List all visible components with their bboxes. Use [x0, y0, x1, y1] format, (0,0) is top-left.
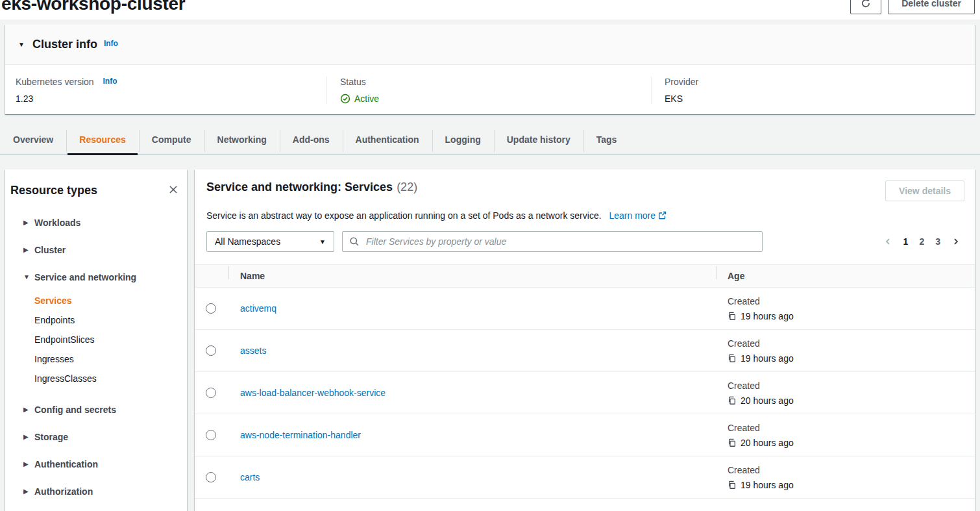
services-description: Service is an abstract way to expose an … — [195, 201, 975, 222]
table-row-assets: assets Created 19 hours ago — [195, 330, 975, 372]
namespace-select[interactable]: All Namespaces ▼ — [206, 231, 334, 252]
sidebar-item-endpointslices[interactable]: EndpointSlices — [5, 330, 187, 349]
chevron-right-icon: ▶ — [23, 216, 29, 229]
delete-cluster-button[interactable]: Delete cluster — [888, 0, 975, 14]
service-and-networking-items: Services Endpoints EndpointSlices Ingres… — [5, 291, 187, 388]
pagination-prev-icon[interactable] — [883, 237, 892, 246]
status-text: Active — [354, 93, 379, 104]
service-link[interactable]: carts — [240, 472, 260, 482]
table-row-aws-node-termination-handler: aws-node-termination-handler Created 20 … — [195, 414, 975, 456]
tab-update-history[interactable]: Update history — [494, 125, 583, 155]
cluster-info-card: ▼ Cluster info Info Kubernetes version I… — [5, 25, 975, 114]
radio-button[interactable] — [206, 345, 216, 356]
cluster-info-info-link[interactable]: Info — [104, 39, 118, 48]
sidebar-item-services[interactable]: Services — [5, 291, 187, 310]
tab-compute[interactable]: Compute — [139, 125, 204, 155]
tab-overview[interactable]: Overview — [0, 125, 66, 155]
services-filter-box — [342, 231, 763, 252]
tab-tags[interactable]: Tags — [583, 125, 630, 155]
tab-authentication[interactable]: Authentication — [343, 125, 432, 155]
service-link[interactable]: aws-load-balancer-webhook-service — [240, 388, 386, 398]
sidebar-group-storage[interactable]: ▶ Storage — [5, 423, 187, 451]
page-header-actions: Delete cluster — [850, 0, 975, 14]
service-link[interactable]: assets — [240, 345, 266, 356]
sidebar-group-authentication[interactable]: ▶ Authentication — [5, 451, 187, 478]
radio-button[interactable] — [206, 430, 216, 440]
sidebar-group-label: Cluster — [34, 243, 66, 256]
learn-more-link[interactable]: Learn more — [609, 210, 667, 221]
tab-networking[interactable]: Networking — [204, 125, 280, 155]
radio-button[interactable] — [206, 472, 216, 482]
refresh-button[interactable] — [850, 0, 881, 14]
tab-resources[interactable]: Resources — [66, 125, 139, 155]
eks-cluster-page: eks-workshop-cluster Delete cluster ▼ Cl… — [0, 0, 980, 511]
kubernetes-version-value: 1.23 — [16, 93, 326, 104]
age-value: 19 hours ago — [741, 310, 794, 323]
copy-icon[interactable] — [728, 312, 737, 321]
sidebar-item-ingresses[interactable]: Ingresses — [5, 349, 187, 369]
chevron-down-icon: ▼ — [23, 271, 29, 284]
external-link-icon — [658, 211, 667, 221]
chevron-down-icon: ▼ — [18, 41, 25, 48]
services-filter-input[interactable] — [365, 236, 755, 247]
learn-more-label: Learn more — [609, 210, 655, 221]
tab-add-ons[interactable]: Add-ons — [280, 125, 343, 155]
created-label: Created — [728, 295, 975, 308]
services-controls: All Namespaces ▼ 1 2 — [195, 222, 975, 252]
pagination-next-icon[interactable] — [951, 237, 961, 246]
resource-types-title: Resource types — [10, 184, 97, 197]
copy-icon[interactable] — [728, 354, 737, 363]
sidebar-group-config-and-secrets[interactable]: ▶ Config and secrets — [5, 396, 187, 423]
field-label: Kubernetes version Info — [16, 77, 326, 87]
cluster-info-body: Kubernetes version Info 1.23 Status Acti… — [5, 65, 975, 114]
sidebar-group-authorization[interactable]: ▶ Authorization — [5, 478, 187, 505]
chevron-right-icon: ▶ — [23, 403, 29, 416]
tab-logging[interactable]: Logging — [432, 125, 494, 155]
kubernetes-version-info-link[interactable]: Info — [103, 77, 117, 86]
chevron-right-icon: ▶ — [23, 485, 29, 498]
radio-button[interactable] — [206, 303, 216, 314]
service-link[interactable]: aws-node-termination-handler — [240, 430, 361, 440]
sidebar-group-label: Workloads — [34, 216, 80, 229]
sidebar-group-label: Storage — [34, 430, 68, 443]
sidebar-group-label: Authorization — [34, 485, 93, 498]
sidebar-group-label: Authentication — [34, 458, 98, 471]
sidebar-group-label: Config and secrets — [34, 403, 116, 416]
sidebar-item-endpoints[interactable]: Endpoints — [5, 310, 187, 330]
sidebar-group-service-and-networking[interactable]: ▼ Service and networking — [5, 264, 187, 291]
cluster-info-title: Cluster info — [32, 38, 97, 51]
services-description-text: Service is an abstract way to expose an … — [206, 210, 602, 221]
pagination-page-3[interactable]: 3 — [935, 236, 940, 247]
copy-icon[interactable] — [728, 480, 737, 490]
pagination-page-1[interactable]: 1 — [903, 236, 909, 247]
created-label: Created — [728, 421, 975, 434]
copy-icon[interactable] — [728, 396, 737, 405]
close-icon[interactable] — [167, 184, 179, 195]
services-panel: Service and networking: Services(22) Vie… — [195, 169, 975, 511]
created-label: Created — [728, 337, 975, 350]
table-row-carts: carts Created 19 hours ago — [195, 456, 975, 499]
chevron-right-icon: ▶ — [23, 430, 29, 443]
table-row-aws-load-balancer-webhook-service: aws-load-balancer-webhook-service Create… — [195, 372, 975, 414]
provider-field: Provider EKS — [651, 77, 975, 104]
check-circle-icon — [340, 93, 350, 104]
pagination-page-2[interactable]: 2 — [919, 236, 924, 247]
table-row-partial: Created — [195, 499, 975, 511]
status-field: Status Active — [326, 77, 651, 104]
sidebar-item-ingressclasses[interactable]: IngressClasses — [5, 369, 187, 388]
view-details-button[interactable]: View details — [885, 181, 964, 201]
radio-button[interactable] — [206, 388, 216, 398]
service-link[interactable]: activemq — [240, 303, 276, 314]
cluster-info-header[interactable]: ▼ Cluster info Info — [5, 25, 975, 65]
name-column-header: Name — [228, 271, 716, 281]
sidebar-group-cluster[interactable]: ▶ Cluster — [5, 236, 187, 264]
kubernetes-version-field: Kubernetes version Info 1.23 — [5, 77, 326, 104]
chevron-right-icon: ▶ — [23, 458, 29, 471]
chevron-right-icon: ▶ — [23, 243, 29, 256]
copy-icon[interactable] — [728, 438, 737, 447]
age-value: 20 hours ago — [741, 436, 794, 449]
resource-types-panel: Resource types ▶ Workloads ▶ Cluster ▼ — [5, 169, 187, 511]
provider-label: Provider — [665, 77, 975, 87]
age-value: 19 hours ago — [741, 352, 794, 365]
sidebar-group-workloads[interactable]: ▶ Workloads — [5, 209, 187, 236]
